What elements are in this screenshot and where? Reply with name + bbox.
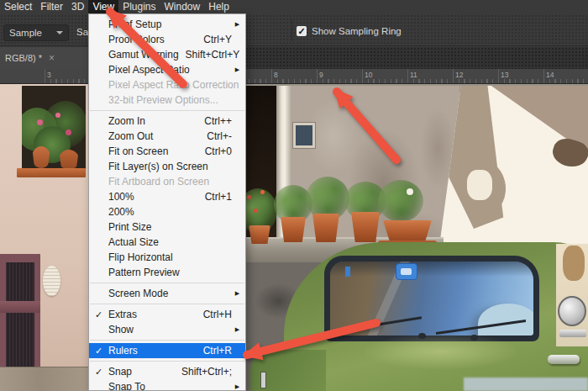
menu-item-print-size[interactable]: Print Size — [89, 219, 245, 235]
sample-dropdown-value: Sample — [9, 28, 42, 38]
ruler-number: 3 — [47, 71, 51, 79]
photo-hood-sheen — [361, 333, 521, 370]
photo-windshield-sticker — [396, 263, 417, 280]
menu-item-show[interactable]: Show ▶ — [89, 322, 245, 337]
menu-item-label: Actual Size — [108, 236, 225, 248]
menubar-item-filter[interactable]: Filter — [36, 0, 67, 14]
checkmark-icon: ✓ — [89, 346, 108, 357]
menu-item-shortcut: Ctrl+H — [197, 309, 232, 320]
photoshop-window: SelectFilter3DViewPluginsWindowHelp Samp… — [0, 0, 588, 391]
menu-item-label: Pattern Preview — [108, 267, 225, 278]
menu-separator — [90, 340, 244, 341]
photo-flower — [260, 190, 265, 194]
menu-item-label: Screen Mode — [108, 288, 225, 299]
menu-item-label: Show — [108, 324, 225, 336]
photo-foreground-blur — [464, 378, 588, 391]
ruler-number: 12 — [455, 71, 463, 79]
submenu-arrow-icon: ▶ — [232, 290, 243, 297]
photo-plant — [378, 180, 423, 222]
photo-pot — [351, 212, 380, 242]
menu-item-rulers[interactable]: ✓ Rulers Ctrl+R — [89, 343, 245, 358]
menu-item-fit-artboard-on-screen: Fit Artboard on Screen — [89, 174, 245, 189]
menu-item-fit-on-screen[interactable]: Fit on Screen Ctrl+0 — [89, 144, 245, 159]
photo-small-window — [293, 123, 315, 148]
photo-door-handle — [548, 355, 580, 364]
annotation-arrow-view — [84, 0, 193, 94]
ruler-number: 8 — [274, 71, 278, 79]
menu-item-shortcut: Ctrl+Y — [197, 34, 232, 45]
photo-pot — [281, 217, 306, 242]
menu-item-label: Extras — [108, 309, 197, 320]
menu-item-label: Rulers — [108, 345, 197, 357]
sample-dropdown[interactable]: Sample — [3, 24, 69, 41]
menu-item-zoom-out[interactable]: Zoom Out Ctrl+- — [89, 129, 245, 144]
menu-separator — [90, 283, 244, 283]
ruler-number: 11 — [410, 71, 417, 79]
photo-sunlit-wall — [437, 86, 588, 265]
menu-item-pattern-preview[interactable]: Pattern Preview — [89, 265, 245, 280]
menu-item-shortcut: Ctrl+R — [197, 345, 232, 357]
photo-car-trim — [260, 372, 266, 388]
ruler-number: 10 — [365, 71, 372, 79]
menu-item-label: Fit on Screen — [108, 145, 198, 157]
menu-item-shortcut: Ctrl+- — [200, 130, 232, 142]
photo-pot — [249, 225, 270, 244]
menu-item-extras[interactable]: ✓ Extras Ctrl+H — [89, 307, 245, 322]
menu-item-shortcut: Shift+Ctrl+; — [175, 366, 232, 378]
annotation-arrow-ruler — [323, 82, 407, 166]
photo-flower — [407, 188, 413, 195]
photo-stone-base — [0, 367, 97, 391]
document-tab[interactable]: RGB/8) * × — [0, 47, 96, 69]
checkmark-icon: ✓ — [89, 367, 108, 378]
photo-wall-vent — [43, 266, 60, 296]
annotation-arrow-rulers-item — [234, 313, 385, 372]
menu-item-label: Fit Layer(s) on Screen — [108, 161, 225, 172]
options-separator — [291, 19, 292, 41]
chevron-down-icon — [56, 31, 63, 34]
menu-item-shortcut: Ctrl++ — [197, 115, 232, 127]
show-sampling-ring-checkbox[interactable]: ✓ — [297, 26, 307, 36]
photo-flower — [247, 195, 251, 199]
menu-item-label: Snap To — [108, 381, 225, 391]
menu-item-label: Print Size — [108, 221, 225, 233]
ruler-number: 9 — [319, 71, 323, 79]
menu-separator — [90, 110, 244, 111]
menu-item-shortcut: Ctrl+1 — [198, 191, 232, 203]
submenu-arrow-icon: ▶ — [232, 21, 243, 28]
menu-item-snap[interactable]: ✓ Snap Shift+Ctrl+; — [89, 364, 245, 379]
menu-item-32-bit-preview-options-: 32-bit Preview Options... — [89, 92, 245, 108]
menu-item-label: Flip Horizontal — [108, 251, 225, 263]
menubar-item-help[interactable]: Help — [204, 0, 234, 14]
menu-item-label: Snap — [108, 366, 175, 378]
menu-item-snap-to[interactable]: Snap To ▶ — [89, 379, 245, 391]
menu-item-label: 200% — [108, 206, 225, 218]
menu-item-200-[interactable]: 200% — [89, 204, 245, 219]
menu-item-100-[interactable]: 100% Ctrl+1 — [89, 189, 245, 204]
photo-wiper-base — [470, 335, 478, 341]
submenu-arrow-icon: ▶ — [232, 383, 243, 390]
document-tab-title: RGB/8) * — [5, 53, 42, 63]
menu-item-zoom-in[interactable]: Zoom In Ctrl++ — [89, 114, 245, 129]
checkmark-icon: ✓ — [89, 309, 108, 320]
menu-separator — [90, 304, 244, 304]
photo-flower — [254, 209, 258, 213]
menu-item-label: Fit Artboard on Screen — [108, 176, 225, 188]
menu-item-actual-size[interactable]: Actual Size — [89, 235, 245, 250]
photo-wiper-base — [418, 333, 426, 339]
photo-pot — [312, 214, 339, 242]
menu-separator — [90, 361, 244, 362]
photo-planter — [383, 220, 432, 242]
menu-item-fit-layer-s-on-screen[interactable]: Fit Layer(s) on Screen — [89, 159, 245, 174]
menubar-item-select[interactable]: Select — [0, 0, 36, 14]
submenu-arrow-icon: ▶ — [232, 66, 243, 73]
photo-background-chrome — [556, 244, 588, 346]
photo-side-mirror — [558, 296, 586, 326]
close-icon[interactable]: × — [49, 52, 55, 64]
photo-window-with-flowers — [22, 86, 86, 172]
ruler-number: 13 — [501, 71, 508, 79]
menu-item-label: Zoom In — [108, 115, 197, 127]
menu-item-screen-mode[interactable]: Screen Mode ▶ — [89, 286, 245, 301]
menu-item-flip-horizontal[interactable]: Flip Horizontal — [89, 250, 245, 265]
menu-item-shortcut: Ctrl+0 — [198, 145, 232, 157]
show-sampling-ring-label: Show Sampling Ring — [312, 26, 402, 36]
